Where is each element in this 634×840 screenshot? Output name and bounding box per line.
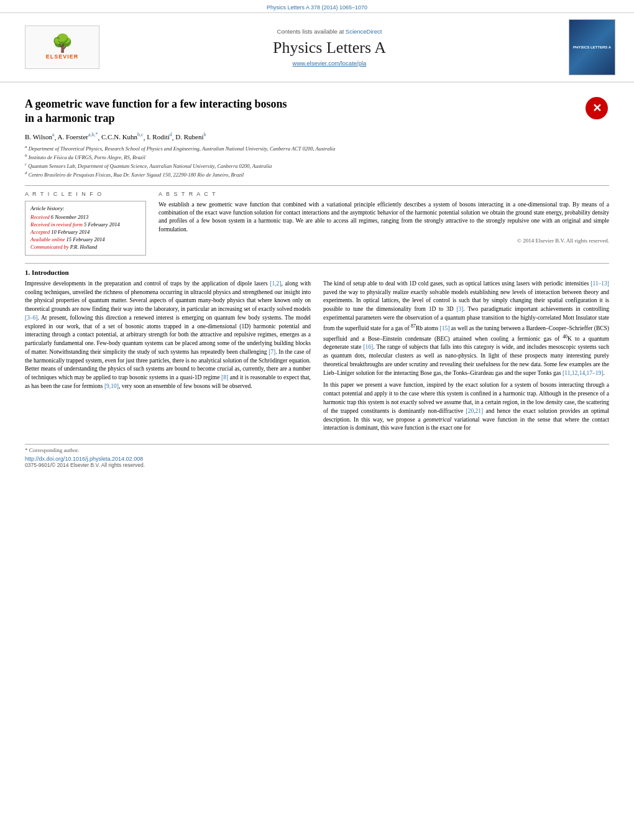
author-2: A. Foerstera,b,* [57,133,98,141]
header-right: PHYSICS LETTERS A [553,19,615,75]
journal-top-bar: Physics Letters A 378 (2014) 1065–1070 [0,0,634,13]
abstract-text: We establish a new geometric wave functi… [158,201,609,234]
history-communicated: Communicated by P.R. Holland [30,244,140,250]
elsevier-logo-text: ELSEVIER [46,53,79,60]
history-online: Available online 15 February 2014 [30,236,140,242]
article-info-abstract: A R T I C L E I N F O Article history: R… [25,191,609,256]
authors-line: B. Wilsona, A. Foerstera,b,*, C.C.N. Kuh… [25,132,609,141]
header-section: 🌳 ELSEVIER Contents lists available at S… [0,13,634,83]
intro-para1: Impressive developments in the preparati… [25,280,311,391]
sciencedirect-link[interactable]: ScienceDirect [346,28,382,35]
history-accepted: Accepted 10 February 2014 [30,229,140,235]
author-5: D. Rubenib [175,133,206,141]
journal-cover-title: PHYSICS LETTERS A [572,44,612,50]
article-title: A geometric wave function for a few inte… [25,97,576,126]
affiliation-b: b Instituto de Física da UFRGS, Porto Al… [25,153,609,160]
body-left-col: Impressive developments in the preparati… [25,280,311,436]
geometric-italic: geometrical [423,417,451,423]
crossmark-circle: ✕ [586,97,608,119]
doi-anchor[interactable]: http://dx.doi.org/10.1016/j.physleta.201… [25,456,143,462]
title-section: A geometric wave function for a few inte… [25,92,609,126]
ref-11-19[interactable]: [11,12,14,17–19] [563,370,603,376]
journal-name: Physics Letters A [106,39,553,57]
ref-20-21[interactable]: [20,21] [466,408,484,414]
ref-1-2[interactable]: [1,2] [270,280,281,287]
affiliations: a Department of Theoretical Physics, Res… [25,144,609,177]
main-content: A geometric wave function for a few inte… [0,83,634,478]
ref-3[interactable]: [3] [456,306,463,312]
history-accepted-label: Accepted [30,229,50,235]
history-online-label: Available online [30,236,65,242]
page: Physics Letters A 378 (2014) 1065–1070 🌳… [0,0,634,840]
body-right-col: The kind of setup able to deal with 1D c… [323,280,609,436]
affiliation-d: d Centro Brasileiro de Pesquisas Físicas… [25,170,609,178]
ref-15[interactable]: [15] [440,325,450,331]
abstract-label: A B S T R A C T [158,191,609,197]
contents-prefix: Contents lists available at [277,28,344,35]
ref-11-13[interactable]: [11–13] [590,280,609,287]
article-info-label: A R T I C L E I N F O [25,191,146,197]
history-revised: Received in revised form 5 February 2014 [30,221,140,228]
footer-section: * Corresponding author. http://dx.doi.or… [25,444,609,468]
history-received-label: Received [30,214,50,220]
affiliation-c: c Quantum Sensors Lab, Department of Qua… [25,162,609,169]
crossmark: ✕ [586,97,609,121]
crossmark-icon: ✕ [592,101,602,115]
history-received: Received 6 November 2013 [30,214,140,220]
author-3: C.C.N. Kuhnb,c [101,133,144,141]
article-info-col: A R T I C L E I N F O Article history: R… [25,191,146,256]
affiliation-a: a Department of Theoretical Physics, Res… [25,144,609,152]
ref-9-10[interactable]: [9,10] [104,383,119,389]
journal-cover: PHYSICS LETTERS A [569,19,615,75]
contents-available: Contents lists available at ScienceDirec… [106,28,553,35]
corresponding-footnote: * Corresponding author. [25,447,609,453]
elsevier-logo-box: 🌳 ELSEVIER [25,25,99,69]
intro-heading: 1. Introduction [25,269,609,276]
history-communicated-label: Communicated by [30,244,69,250]
ref-8[interactable]: [8] [221,374,228,381]
section-divider-2 [25,263,609,264]
right-para2: In this paper we present a wave function… [323,381,609,433]
history-revised-label: Received in revised form [30,221,83,228]
issn-footer: 0375-9601/© 2014 Elsevier B.V. All right… [25,462,609,468]
journal-url[interactable]: www.elsevier.com/locate/pla [293,60,367,67]
journal-ref: Physics Letters A 378 (2014) 1065–1070 [267,4,367,11]
doi-link[interactable]: http://dx.doi.org/10.1016/j.physleta.201… [25,456,609,462]
author-1: B. Wilsona [25,133,55,141]
history-box: Article history: Received 6 November 201… [25,201,146,256]
header-left: 🌳 ELSEVIER [19,25,106,69]
author-4: I. Roditid [147,133,172,141]
title-line1: A geometric wave function for a few inte… [25,98,287,110]
title-line2: in a harmonic trap [25,112,115,124]
ref-16[interactable]: [16] [363,344,373,350]
body-two-col: Impressive developments in the preparati… [25,280,609,436]
ref-7[interactable]: [7] [269,349,275,355]
ref-3-6[interactable]: [3–6] [25,315,38,321]
copyright: © 2014 Elsevier B.V. All rights reserved… [158,238,609,244]
history-title: Article history: [30,205,140,211]
elsevier-tree-icon: 🌳 [52,35,73,52]
section-divider-1 [25,185,609,186]
abstract-col: A B S T R A C T We establish a new geome… [158,191,609,256]
header-center: Contents lists available at ScienceDirec… [106,28,553,67]
right-para1: The kind of setup able to deal with 1D c… [323,280,609,378]
